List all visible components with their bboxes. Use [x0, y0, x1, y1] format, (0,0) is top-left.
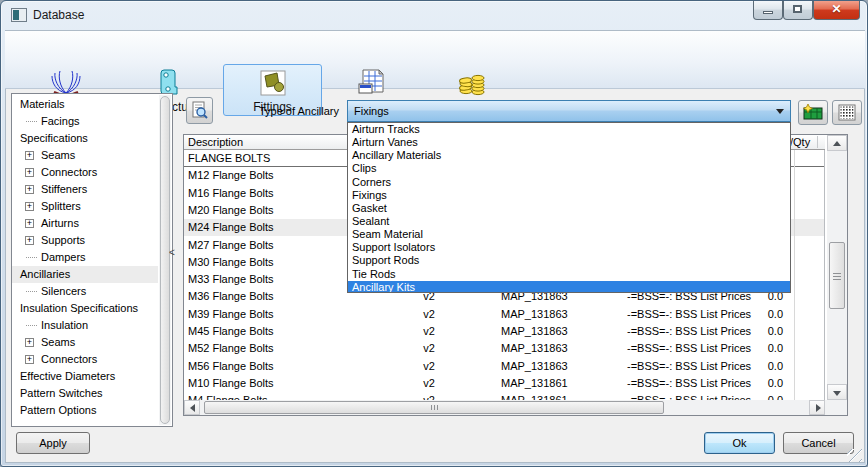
scroll-right-button[interactable] [809, 400, 825, 415]
expand-plus-icon[interactable]: + [25, 355, 34, 364]
ok-button[interactable]: Ok [704, 432, 775, 454]
print-preview-button[interactable] [186, 97, 213, 124]
expand-plus-icon[interactable]: + [25, 236, 34, 245]
cell-description: M45 Flange Bolts [188, 323, 274, 340]
sidebar-item-supports[interactable]: +Supports [12, 232, 158, 249]
table-row[interactable]: M56 Flange Boltsv2MAP_131863-=BSS=-: BSS… [184, 358, 825, 375]
sidebar-item-label: Effective Diameters [20, 370, 115, 382]
ancillary-type-combobox[interactable]: Fixings [347, 100, 791, 122]
cell-version: v2 [399, 340, 459, 357]
dropdown-option-seam-material[interactable]: Seam Material [348, 228, 790, 241]
dropdown-option-clips[interactable]: Clips [348, 162, 790, 175]
sidebar-item-pattern-options[interactable]: Pattern Options [12, 402, 158, 419]
arrow-down-icon [833, 391, 841, 396]
sidebar-item-airturns[interactable]: +Airturns [12, 215, 158, 232]
sidebar-item-label: Facings [41, 115, 80, 127]
sidebar-item-label: Specifications [20, 132, 88, 144]
cell-description: M4 Flange Bolts [188, 392, 267, 400]
apply-button[interactable]: Apply [16, 432, 90, 454]
close-button[interactable]: ✕ [813, 1, 860, 20]
sidebar-item-facings[interactable]: Facings [12, 113, 158, 130]
expand-plus-icon[interactable]: + [25, 338, 34, 347]
sidebar-item-connectors[interactable]: +Connectors [12, 351, 158, 368]
vertical-scrollbar[interactable] [827, 135, 847, 400]
maximize-button[interactable] [783, 1, 813, 20]
panel-collapse-chevron-icon[interactable]: < [169, 247, 175, 258]
cell-description: M27 Flange Bolts [188, 237, 274, 254]
sidebar-item-connectors[interactable]: +Connectors [12, 164, 158, 181]
dropdown-option-fixings[interactable]: Fixings [348, 189, 790, 202]
tree-connector [26, 325, 37, 326]
dropdown-option-tie-rods[interactable]: Tie Rods [348, 268, 790, 281]
grid-view-button[interactable] [832, 100, 862, 125]
sidebar-item-materials[interactable]: Materials [12, 96, 158, 113]
cell-description: M52 Flange Bolts [188, 340, 274, 357]
expand-plus-icon[interactable]: + [25, 219, 34, 228]
dropdown-option-support-isolators[interactable]: Support Isolators [348, 241, 790, 254]
sidebar-item-seams[interactable]: +Seams [12, 147, 158, 164]
sidebar-item-ancillaries[interactable]: Ancillaries [12, 266, 158, 283]
maximize-icon [793, 5, 802, 13]
sidebar-item-label: Supports [41, 234, 85, 246]
table-row[interactable]: M10 Flange Boltsv2MAP_131861-=BSS=-: BSS… [184, 375, 825, 392]
sidebar-item-label: Seams [41, 336, 75, 348]
horizontal-scrollbar-thumb[interactable] [204, 401, 664, 414]
column-header-description[interactable]: Description [188, 136, 243, 148]
sidebar-item-pattern-switches[interactable]: Pattern Switches [12, 385, 158, 402]
dropdown-option-ancillary-kits[interactable]: Ancillary Kits [348, 281, 790, 293]
table-row[interactable]: M45 Flange Boltsv2MAP_131863-=BSS=-: BSS… [184, 323, 825, 340]
cell-version: v2 [399, 358, 459, 375]
horizontal-scrollbar[interactable] [184, 400, 847, 415]
sidebar-item-effective-diameters[interactable]: Effective Diameters [12, 368, 158, 385]
cell-description: FLANGE BOLTS [188, 150, 270, 167]
cell-qty: 0.0 [724, 323, 783, 340]
sidebar-item-label: Pattern Switches [20, 387, 103, 399]
dropdown-option-airturn-vanes[interactable]: Airturn Vanes [348, 136, 790, 149]
expand-plus-icon[interactable]: + [25, 168, 34, 177]
sidebar-item-splitters[interactable]: +Splitters [12, 198, 158, 215]
new-table-button[interactable] [798, 100, 828, 125]
expand-plus-icon[interactable]: + [25, 185, 34, 194]
tree-scrollbar[interactable] [159, 95, 171, 425]
sidebar-item-stiffeners[interactable]: +Stiffeners [12, 181, 158, 198]
table-row[interactable]: M39 Flange Boltsv2MAP_131863-=BSS=-: BSS… [184, 306, 825, 323]
cell-map: MAP_131861 [501, 375, 568, 392]
header-separator [817, 136, 818, 148]
scroll-left-button[interactable] [184, 400, 200, 415]
column-separator [794, 150, 795, 400]
sidebar-item-insulation[interactable]: Insulation [12, 317, 158, 334]
expand-plus-icon[interactable]: + [25, 151, 34, 160]
sidebar-item-silencers[interactable]: Silencers [12, 283, 158, 300]
sidebar-item-insulation-specifications[interactable]: Insulation Specifications [12, 300, 158, 317]
dropdown-option-airturn-tracks[interactable]: Airturn Tracks [348, 123, 790, 136]
window-title: Database [33, 8, 84, 22]
coins-icon [456, 67, 488, 99]
scroll-up-button[interactable] [827, 135, 847, 151]
column-header-qty[interactable]: /Qty [790, 136, 810, 148]
sidebar-item-specifications[interactable]: Specifications [12, 130, 158, 147]
sidebar-item-dampers[interactable]: Dampers [12, 249, 158, 266]
minimize-button[interactable] [753, 1, 783, 20]
sidebar-item-seams[interactable]: +Seams [12, 334, 158, 351]
chevron-down-icon [776, 109, 784, 114]
dropdown-option-gasket[interactable]: Gasket [348, 202, 790, 215]
sidebar-item-label: Airturns [41, 217, 79, 229]
resize-grip[interactable] [847, 449, 862, 462]
tree-scrollbar-thumb[interactable] [160, 96, 170, 424]
dropdown-option-support-rods[interactable]: Support Rods [348, 254, 790, 267]
dropdown-option-corners[interactable]: Corners [348, 176, 790, 189]
table-body-right-edge [824, 150, 825, 415]
table-row[interactable]: M52 Flange Boltsv2MAP_131863-=BSS=-: BSS… [184, 340, 825, 357]
dropdown-option-ancillary-materials[interactable]: Ancillary Materials [348, 149, 790, 162]
cancel-button[interactable]: Cancel [783, 432, 854, 454]
grid-sheet-icon [355, 67, 387, 99]
expand-plus-icon[interactable]: + [25, 202, 34, 211]
scroll-down-button[interactable] [827, 384, 847, 400]
grid-icon [837, 103, 857, 122]
combobox-value: Fixings [354, 105, 389, 117]
vertical-scrollbar-thumb[interactable] [829, 242, 845, 309]
dropdown-option-sealant[interactable]: Sealant [348, 215, 790, 228]
ancillary-type-dropdown-list: Airturn TracksAirturn VanesAncillary Mat… [347, 122, 791, 293]
title-bar[interactable]: Database ✕ [1, 1, 867, 30]
table-row[interactable]: M4 Flange Boltsv2MAP_131861-=BSS=-: BSS … [184, 392, 825, 400]
